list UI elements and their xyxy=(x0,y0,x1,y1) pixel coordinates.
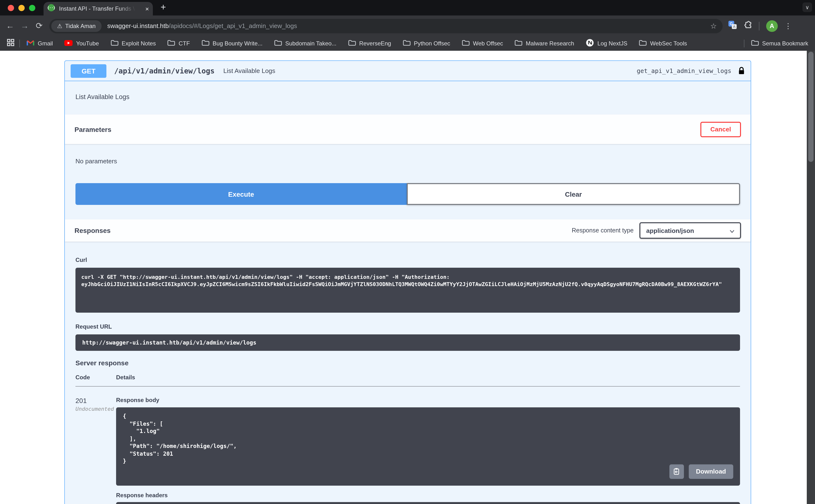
server-response-title: Server response xyxy=(75,359,740,367)
back-icon[interactable]: ← xyxy=(3,21,17,31)
operation-description: List Available Logs xyxy=(65,81,751,115)
no-parameters-text: No parameters xyxy=(65,144,751,183)
bookmark-bug-bounty[interactable]: Bug Bounty Write... xyxy=(201,40,263,47)
apps-grid-icon[interactable] xyxy=(7,39,14,48)
extensions-puzzle-icon[interactable] xyxy=(743,21,752,31)
execute-button-group: Execute Clear xyxy=(75,183,740,205)
code-column-header: Code xyxy=(75,374,116,381)
response-table-header: Code Details xyxy=(75,374,740,387)
response-content-type-label: Response content type xyxy=(572,227,634,234)
warning-icon: ⚠ xyxy=(57,22,62,29)
bookmark-web-offsec[interactable]: Web Offsec xyxy=(462,40,503,47)
response-headers-label: Response headers xyxy=(116,492,740,498)
bookmark-reverseeng[interactable]: ReverseEng xyxy=(348,40,391,47)
method-badge: GET xyxy=(71,64,106,78)
response-row: 201 Undocumented Response body { "Files"… xyxy=(75,397,740,504)
folder-icon xyxy=(348,40,356,47)
bookmark-label: Exploit Notes xyxy=(122,40,156,47)
bookmarks-divider xyxy=(19,40,20,47)
content-type-value: application/json xyxy=(646,227,694,234)
bookmark-label: Log NextJS xyxy=(597,40,627,47)
folder-icon xyxy=(167,40,175,47)
response-body-block: { "Files": [ "1.log" ], "Path": "/home/s… xyxy=(116,407,740,485)
folder-icon xyxy=(515,40,522,47)
bookmark-all-bookmarks[interactable]: Semua Bookmark xyxy=(751,40,808,47)
bookmarks-bar: Gmail YouTube Exploit Notes CTF Bug Boun… xyxy=(0,36,815,51)
bookmark-malware-research[interactable]: Malware Research xyxy=(515,40,574,47)
bookmark-label: Bug Bounty Write... xyxy=(213,40,263,47)
tab-overflow-chevron-icon[interactable]: ∨ xyxy=(802,2,812,12)
tab-favicon-icon: {··} xyxy=(47,4,55,14)
bookmark-websec-tools[interactable]: WebSec Tools xyxy=(639,40,687,47)
response-body-label: Response body xyxy=(116,397,740,403)
response-details-cell: Response body { "Files": [ "1.log" ], "P… xyxy=(116,397,740,504)
bookmark-gmail[interactable]: Gmail xyxy=(27,40,53,47)
url-text: swagger-ui.instant.htb/apidocs/#/Logs/ge… xyxy=(107,22,297,29)
browser-menu-icon[interactable]: ⋮ xyxy=(785,22,792,30)
request-url-label: Request URL xyxy=(75,323,740,330)
folder-icon xyxy=(201,40,209,47)
toolbar-actions: GA A ⋮ xyxy=(728,20,794,32)
page-content: GET /api/v1/admin/view/logs List Availab… xyxy=(0,51,807,504)
copy-to-clipboard-button[interactable] xyxy=(670,464,684,479)
macos-close-button[interactable] xyxy=(8,5,14,11)
details-column-header: Details xyxy=(116,374,135,381)
profile-avatar[interactable]: A xyxy=(766,20,778,32)
bookmark-exploit-notes[interactable]: Exploit Notes xyxy=(110,40,156,47)
request-url-value: http://swagger-ui.instant.htb/api/v1/adm… xyxy=(75,334,740,351)
svg-text:A: A xyxy=(733,24,735,29)
bookmark-log-nextjs[interactable]: Log NextJS xyxy=(586,39,627,48)
parameters-section-header: Parameters Cancel xyxy=(65,115,751,144)
opblock-get: GET /api/v1/admin/view/logs List Availab… xyxy=(64,60,751,504)
bookmark-python-offsec[interactable]: Python Offsec xyxy=(403,40,450,47)
folder-icon xyxy=(110,40,118,47)
translate-icon[interactable]: GA xyxy=(728,21,737,31)
endpoint-summary: List Available Logs xyxy=(223,67,275,74)
new-tab-button[interactable]: + xyxy=(160,2,166,13)
page-scrollbar[interactable] xyxy=(807,51,815,504)
bookmark-youtube[interactable]: YouTube xyxy=(65,40,99,47)
content-type-select[interactable]: application/json xyxy=(640,222,741,239)
security-chip[interactable]: ⚠ Tidak Aman xyxy=(51,20,101,32)
folder-icon xyxy=(462,40,470,47)
curl-command[interactable]: curl -X GET "http://swagger-ui.instant.h… xyxy=(75,268,740,313)
download-button[interactable]: Download xyxy=(689,464,733,479)
svg-text:{··}: {··} xyxy=(47,6,55,10)
folder-icon xyxy=(274,40,282,47)
browser-tab[interactable]: {··} Instant API - Transfer Funds W × xyxy=(43,2,153,15)
bookmark-label: Malware Research xyxy=(526,40,574,47)
swagger-container: GET /api/v1/admin/view/logs List Availab… xyxy=(64,60,751,504)
macos-zoom-button[interactable] xyxy=(29,5,35,11)
tab-close-icon[interactable]: × xyxy=(145,6,149,12)
parameters-title: Parameters xyxy=(74,125,111,133)
clear-button[interactable]: Clear xyxy=(407,183,740,205)
tab-title: Instant API - Transfer Funds W xyxy=(59,5,135,12)
nextjs-icon xyxy=(586,39,594,48)
opblock-header[interactable]: GET /api/v1/admin/view/logs List Availab… xyxy=(65,61,751,81)
lock-icon[interactable] xyxy=(738,67,745,75)
url-path: /apidocs/#/Logs/get_api_v1_admin_view_lo… xyxy=(169,22,297,29)
execute-button[interactable]: Execute xyxy=(75,183,407,205)
bookmark-ctf[interactable]: CTF xyxy=(167,40,190,47)
bookmark-star-icon[interactable]: ☆ xyxy=(710,22,717,30)
status-code: 201 xyxy=(75,397,116,404)
endpoint-path: /api/v1/admin/view/logs xyxy=(114,66,215,75)
toolbar-divider xyxy=(759,22,759,30)
tab-strip: {··} Instant API - Transfer Funds W × + … xyxy=(0,0,815,15)
address-bar[interactable]: ⚠ Tidak Aman swagger-ui.instant.htb/apid… xyxy=(49,19,723,33)
responses-section-header: Responses Response content type applicat… xyxy=(65,219,751,242)
cancel-button[interactable]: Cancel xyxy=(700,122,741,137)
scrollbar-thumb[interactable] xyxy=(808,52,814,162)
macos-minimize-button[interactable] xyxy=(18,5,25,11)
reload-icon[interactable]: ⟳ xyxy=(32,21,46,31)
browser-window: {··} Instant API - Transfer Funds W × + … xyxy=(0,0,815,504)
responses-body: Curl curl -X GET "http://swagger-ui.inst… xyxy=(65,242,751,504)
browser-toolbar: ← → ⟳ ⚠ Tidak Aman swagger-ui.instant.ht… xyxy=(0,15,815,36)
security-chip-label: Tidak Aman xyxy=(65,22,96,29)
bookmark-subdomain-takeover[interactable]: Subdomain Takeo... xyxy=(274,40,336,47)
bookmark-label: CTF xyxy=(178,40,190,47)
status-code-cell: 201 Undocumented xyxy=(75,397,116,504)
forward-icon[interactable]: → xyxy=(17,21,32,31)
folder-icon xyxy=(639,40,647,47)
bookmark-label: Gmail xyxy=(38,40,53,47)
